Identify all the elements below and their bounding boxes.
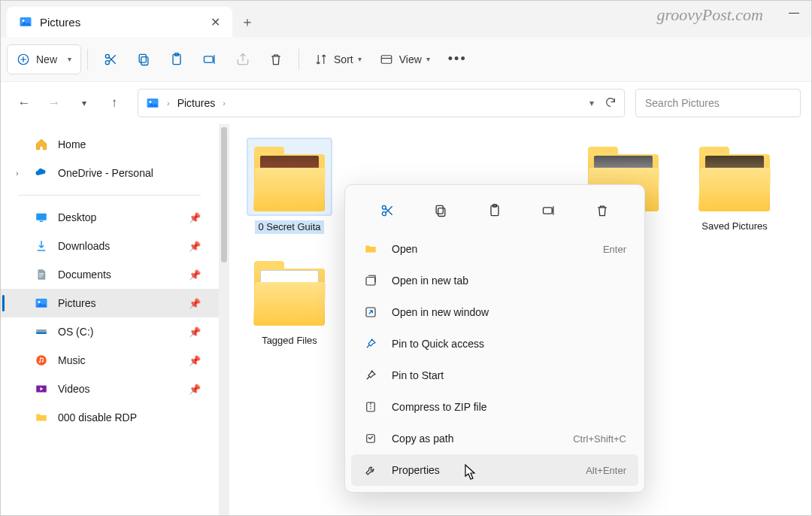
menu-item-pin-start[interactable]: Pin to Start xyxy=(351,360,638,391)
separator xyxy=(87,49,88,70)
menu-shortcut: Ctrl+Shift+C xyxy=(573,433,626,445)
cut-button[interactable] xyxy=(372,197,402,224)
refresh-button[interactable] xyxy=(604,96,617,111)
back-button[interactable]: ← xyxy=(11,90,37,116)
separator xyxy=(19,195,201,196)
breadcrumb-separator: › xyxy=(223,99,226,108)
more-button[interactable]: ••• xyxy=(439,44,476,74)
menu-label: Open in new window xyxy=(392,306,489,318)
address-dropdown[interactable]: ▾ xyxy=(589,98,594,108)
svg-rect-18 xyxy=(36,332,47,334)
copy-button[interactable] xyxy=(426,197,456,224)
svg-point-21 xyxy=(41,360,43,362)
window-controls: — xyxy=(777,1,811,23)
sort-button[interactable]: Sort ▾ xyxy=(305,44,371,74)
sidebar-item-folder-rdp[interactable]: 000 disable RDP xyxy=(1,403,219,432)
pin-icon xyxy=(363,369,378,382)
recent-button[interactable]: ▾ xyxy=(71,90,97,116)
chevron-down-icon: ▾ xyxy=(426,55,430,63)
menu-label: Compress to ZIP file xyxy=(392,401,487,413)
pin-icon: 📌 xyxy=(189,298,201,309)
svg-rect-10 xyxy=(381,55,392,63)
menu-item-open[interactable]: Open Enter xyxy=(351,233,638,265)
plus-circle-icon xyxy=(17,53,30,66)
pin-icon: 📌 xyxy=(189,384,201,395)
paste-icon xyxy=(169,52,184,67)
folder-icon xyxy=(34,411,49,424)
menu-item-copy-path[interactable]: Copy as path Ctrl+Shift+C xyxy=(351,423,638,454)
sidebar-item-videos[interactable]: Videos 📌 xyxy=(1,375,219,403)
sidebar-item-pictures[interactable]: Pictures 📌 xyxy=(1,289,219,317)
folder-item[interactable]: 0 Secret Guita xyxy=(244,139,335,234)
sidebar-item-label: Downloads xyxy=(58,240,110,252)
sort-label: Sort xyxy=(334,53,353,65)
menu-item-pin-quick[interactable]: Pin to Quick access xyxy=(351,328,638,360)
menu-item-open-window[interactable]: Open in new window xyxy=(351,296,638,328)
minimize-button[interactable]: — xyxy=(777,1,811,23)
share-button[interactable] xyxy=(226,44,259,74)
svg-rect-13 xyxy=(36,214,47,220)
video-icon xyxy=(34,382,49,396)
toolbar: New ▾ Sort ▾ View ▾ xyxy=(1,37,811,82)
address-bar[interactable]: › Pictures › ▾ xyxy=(138,89,625,117)
sidebar-item-os[interactable]: OS (C:) 📌 xyxy=(1,317,219,346)
sidebar-item-home[interactable]: Home xyxy=(1,130,219,159)
svg-point-19 xyxy=(36,355,47,366)
sidebar: Home › OneDrive - Personal Desktop 📌 Dow… xyxy=(1,124,219,515)
view-icon xyxy=(380,53,393,66)
view-button[interactable]: View ▾ xyxy=(371,44,439,74)
pin-icon: 📌 xyxy=(189,326,201,338)
rename-button[interactable] xyxy=(534,197,564,224)
scrollbar-thumb[interactable] xyxy=(221,127,227,263)
copy-button[interactable] xyxy=(127,44,160,74)
search-input[interactable]: Search Pictures xyxy=(635,89,801,117)
chevron-down-icon: ▾ xyxy=(68,55,71,63)
watermark: groovyPost.com xyxy=(656,1,777,25)
new-button[interactable]: New ▾ xyxy=(7,44,81,74)
menu-label: Pin to Start xyxy=(392,369,444,381)
paste-button[interactable] xyxy=(160,44,193,74)
sidebar-scrollbar[interactable] xyxy=(219,124,229,515)
svg-rect-25 xyxy=(438,208,445,217)
sidebar-item-label: Videos xyxy=(58,383,90,395)
item-label: Saved Pictures xyxy=(701,220,767,232)
window-tab[interactable]: Pictures ✕ xyxy=(7,7,232,37)
tab-close-icon[interactable]: ✕ xyxy=(211,15,220,29)
svg-rect-14 xyxy=(40,221,44,223)
sidebar-item-label: OS (C:) xyxy=(58,326,93,338)
sidebar-item-documents[interactable]: Documents 📌 xyxy=(1,260,219,289)
menu-label: Pin to Quick access xyxy=(392,338,484,350)
new-tab-button[interactable]: ＋ xyxy=(232,7,262,37)
menu-shortcut: Alt+Enter xyxy=(586,465,626,476)
menu-item-open-tab[interactable]: Open in new tab xyxy=(351,265,638,296)
tab-title: Pictures xyxy=(40,16,80,29)
delete-button[interactable] xyxy=(259,44,292,74)
menu-item-properties[interactable]: Properties Alt+Enter xyxy=(351,454,638,486)
cut-button[interactable] xyxy=(94,44,127,74)
menu-item-zip[interactable]: Compress to ZIP file xyxy=(351,391,638,423)
folder-item[interactable]: Tagged Files xyxy=(244,253,335,347)
search-placeholder: Search Pictures xyxy=(645,97,720,109)
sidebar-item-desktop[interactable]: Desktop 📌 xyxy=(1,203,219,232)
sidebar-item-music[interactable]: Music 📌 xyxy=(1,346,219,375)
wrench-icon xyxy=(363,463,378,477)
sidebar-item-onedrive[interactable]: › OneDrive - Personal xyxy=(1,159,219,187)
sidebar-item-label: Documents xyxy=(58,269,111,281)
paste-button[interactable] xyxy=(480,197,510,224)
mouse-cursor xyxy=(465,464,478,484)
sidebar-item-downloads[interactable]: Downloads 📌 xyxy=(1,232,219,260)
pictures-icon xyxy=(19,15,32,29)
rename-button[interactable] xyxy=(193,44,226,74)
breadcrumb-pictures[interactable]: Pictures xyxy=(177,97,216,109)
sidebar-item-label: Pictures xyxy=(58,297,96,309)
rename-icon xyxy=(202,52,217,67)
folder-item[interactable]: Saved Pictures xyxy=(689,139,780,234)
music-icon xyxy=(34,354,49,367)
svg-rect-30 xyxy=(366,278,375,286)
item-label: 0 Secret Guita xyxy=(255,220,323,234)
delete-button[interactable] xyxy=(587,197,617,224)
new-window-icon xyxy=(363,305,378,319)
new-label: New xyxy=(36,53,57,65)
up-button[interactable]: ↑ xyxy=(102,90,127,116)
zip-icon xyxy=(363,400,378,414)
